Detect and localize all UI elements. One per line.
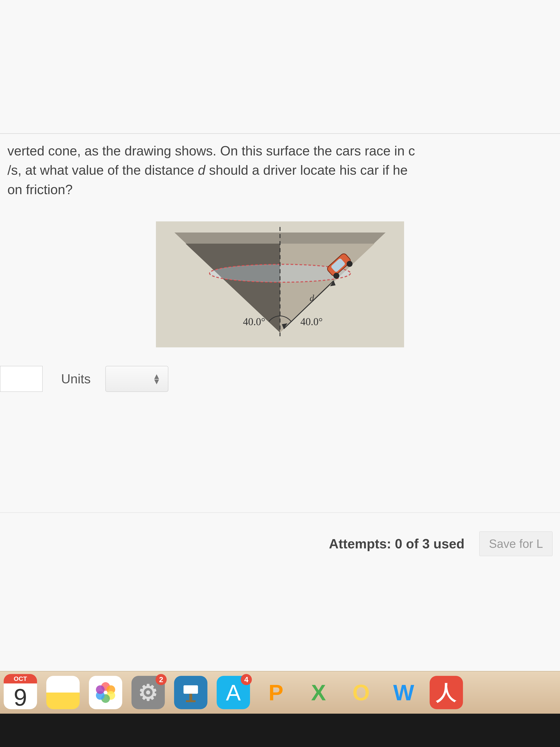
answer-input[interactable]	[0, 366, 43, 392]
notes-app-icon[interactable]	[46, 676, 80, 709]
macos-dock: OCT 9 ⚙ 2 A 4	[0, 671, 560, 714]
svg-point-18	[96, 685, 105, 694]
photos-app-icon[interactable]	[89, 676, 122, 709]
outlook-app-icon[interactable]: O	[344, 676, 378, 709]
question-text: verted cone, as the drawing shows. On th…	[0, 141, 560, 199]
select-arrows-icon: ▲▼	[153, 374, 161, 384]
laptop-bezel	[0, 714, 560, 747]
photos-flower-icon	[94, 680, 117, 704]
excel-app-icon[interactable]: X	[302, 676, 335, 709]
question-line-2b: should a driver locate his car if he	[205, 163, 408, 178]
svg-marker-2	[186, 243, 280, 333]
question-footer: Attempts: 0 of 3 used Save for L	[0, 512, 560, 556]
calendar-app-icon[interactable]: OCT 9	[4, 676, 37, 709]
content-area: verted cone, as the drawing shows. On th…	[0, 0, 560, 677]
acrobat-app-icon[interactable]: 人	[430, 676, 463, 709]
word-app-icon[interactable]: W	[387, 676, 420, 709]
question-line-3: on friction?	[7, 182, 73, 197]
appstore-app-icon[interactable]: A 4	[217, 676, 250, 709]
settings-badge: 2	[156, 674, 167, 685]
svg-rect-21	[186, 700, 195, 702]
screen: verted cone, as the drawing shows. On th…	[0, 0, 560, 747]
question-line-1: verted cone, as the drawing shows. On th…	[7, 144, 415, 158]
settings-app-icon[interactable]: ⚙ 2	[132, 676, 165, 709]
answer-input-row: Units ▲▼	[0, 366, 560, 392]
save-for-later-button[interactable]: Save for L	[479, 531, 553, 556]
diagram-container: 40.0° 40.0° d	[156, 222, 404, 347]
appstore-badge: 4	[241, 674, 252, 685]
calendar-day-label: 9	[14, 684, 27, 711]
question-section: verted cone, as the drawing shows. On th…	[0, 133, 560, 392]
angle-right-label: 40.0°	[300, 316, 323, 327]
appstore-a-icon: A	[226, 680, 241, 705]
keynote-podium-icon	[179, 680, 203, 704]
distance-d-label: d	[310, 293, 314, 303]
diagram-svg: 40.0° 40.0° d	[156, 222, 404, 347]
cone-diagram: 40.0° 40.0° d	[156, 222, 404, 347]
attempts-text: Attempts: 0 of 3 used	[329, 536, 464, 551]
gear-icon: ⚙	[138, 680, 158, 705]
svg-rect-19	[184, 685, 198, 694]
calendar-month-label: OCT	[4, 674, 37, 684]
keynote-app-icon[interactable]	[174, 676, 207, 709]
powerpoint-app-icon[interactable]: P	[259, 676, 293, 709]
units-label: Units	[61, 371, 90, 386]
angle-left-label: 40.0°	[243, 316, 265, 327]
svg-rect-20	[189, 694, 192, 701]
question-variable-d: d	[198, 163, 205, 178]
units-select[interactable]: ▲▼	[105, 366, 168, 392]
question-line-2a: /s, at what value of the distance	[7, 163, 198, 178]
